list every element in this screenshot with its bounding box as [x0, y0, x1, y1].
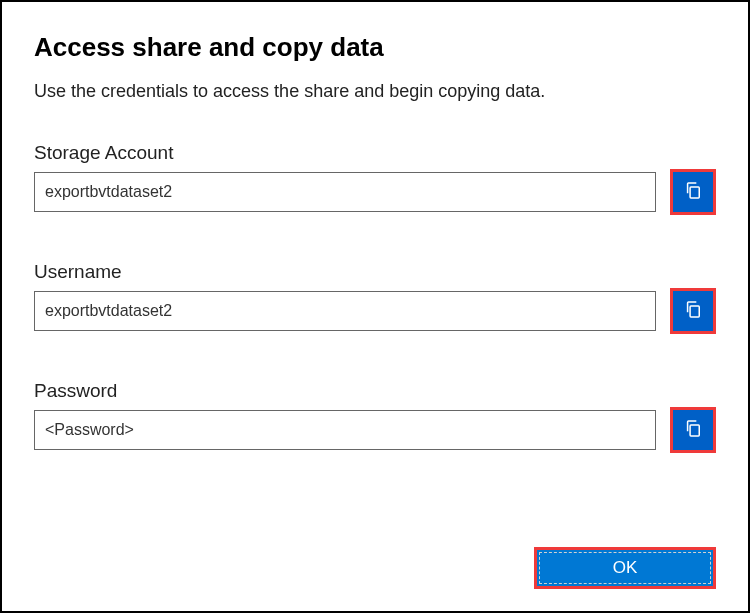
- password-field: Password: [34, 380, 716, 453]
- copy-password-button[interactable]: [670, 407, 716, 453]
- storage-account-input[interactable]: [34, 172, 656, 212]
- password-input[interactable]: [34, 410, 656, 450]
- ok-button[interactable]: OK: [534, 547, 716, 589]
- password-row: [34, 410, 716, 453]
- copy-icon: [683, 180, 703, 204]
- username-row: [34, 291, 716, 334]
- dialog-description: Use the credentials to access the share …: [34, 81, 716, 102]
- svg-rect-0: [690, 187, 699, 198]
- dialog-footer: OK: [534, 547, 716, 589]
- svg-rect-2: [690, 425, 699, 436]
- copy-icon: [683, 299, 703, 323]
- username-label: Username: [34, 261, 716, 283]
- storage-account-row: [34, 172, 716, 215]
- access-share-dialog: Access share and copy data Use the crede…: [0, 0, 750, 613]
- dialog-title: Access share and copy data: [34, 32, 716, 63]
- password-label: Password: [34, 380, 716, 402]
- copy-username-button[interactable]: [670, 288, 716, 334]
- storage-account-label: Storage Account: [34, 142, 716, 164]
- copy-icon: [683, 418, 703, 442]
- copy-storage-account-button[interactable]: [670, 169, 716, 215]
- username-field: Username: [34, 261, 716, 334]
- svg-rect-1: [690, 306, 699, 317]
- storage-account-field: Storage Account: [34, 142, 716, 215]
- username-input[interactable]: [34, 291, 656, 331]
